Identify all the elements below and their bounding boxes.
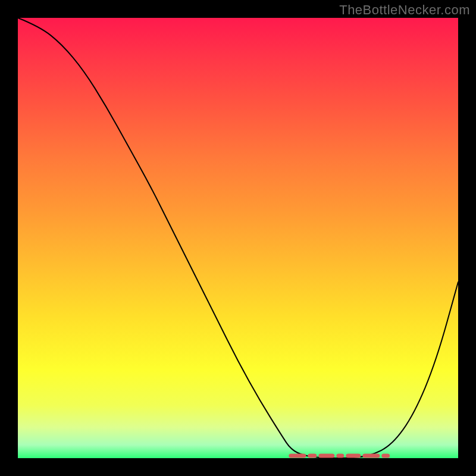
bottleneck-curve: [18, 18, 458, 458]
plot-area: [18, 18, 458, 458]
chart-frame: TheBottleNecker.com: [0, 0, 476, 476]
watermark-text: TheBottleNecker.com: [339, 2, 470, 18]
curve-layer: [18, 18, 458, 458]
